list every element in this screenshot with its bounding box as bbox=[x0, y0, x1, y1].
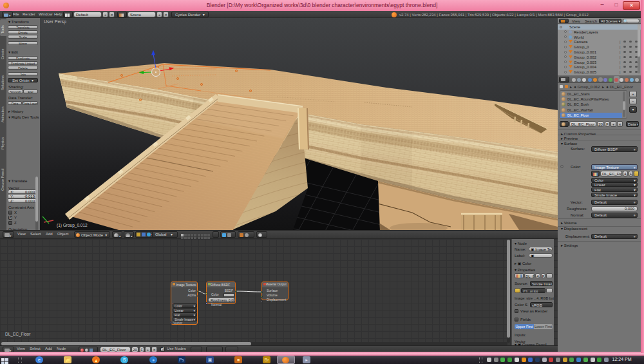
svg-text:(1) Group_0.012: (1) Group_0.012 bbox=[57, 223, 88, 228]
svg-text:User Persp: User Persp bbox=[44, 19, 66, 24]
